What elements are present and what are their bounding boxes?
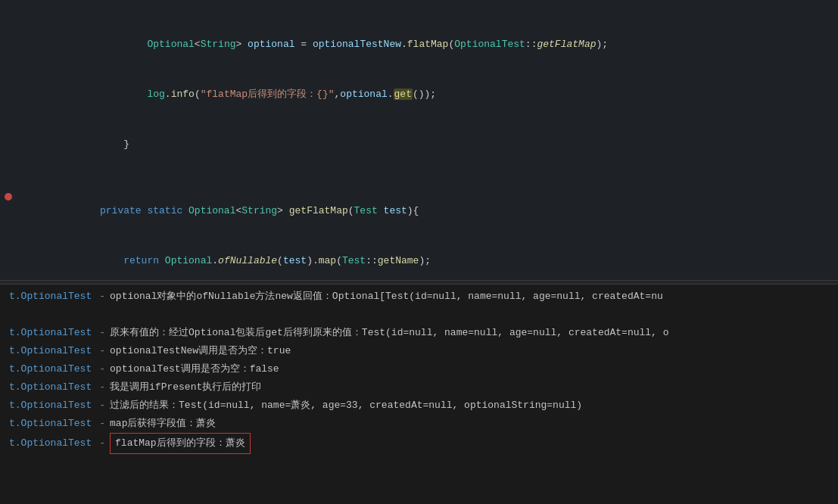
- log-text: map后获得字段值：萧炎: [110, 415, 216, 433]
- log-prefix: t.OptionalTest: [9, 378, 92, 397]
- log-text: optionalTestNew调用是否为空：true: [110, 342, 291, 360]
- code-line: return Optional.ofNullable(test).map(Tes…: [0, 236, 838, 280]
- code-line: log.info("flatMap后得到的字段：{}",optional.get…: [0, 70, 838, 120]
- code-line: [0, 170, 838, 186]
- log-prefix: t.OptionalTest: [9, 397, 92, 415]
- code-line: private static Optional<String> getFlatM…: [0, 186, 838, 236]
- line-content: private static Optional<String> getFlatM…: [38, 186, 838, 236]
- log-separator: -: [99, 434, 105, 453]
- code-line: Optional<String> optional = optionalTest…: [0, 20, 838, 70]
- log-prefix: t.OptionalTest: [9, 415, 92, 433]
- log-separator: -: [99, 378, 105, 397]
- log-text: optionalTest调用是否为空：false: [110, 360, 279, 378]
- line-content: return Optional.ofNullable(test).map(Tes…: [38, 236, 838, 280]
- code-line: [0, 3, 838, 20]
- log-text: optional对象中的ofNullable方法new返回值：Optional[…: [110, 288, 663, 306]
- log-separator: -: [99, 324, 105, 342]
- log-prefix: t.OptionalTest: [9, 434, 92, 453]
- log-prefix: t.OptionalTest: [9, 324, 92, 342]
- log-line: t.OptionalTest - optionalTestNew调用是否为空：t…: [0, 342, 838, 360]
- log-line: t.OptionalTest - map后获得字段值：萧炎: [0, 415, 838, 433]
- log-line: t.OptionalTest - optionalTest调用是否为空：fals…: [0, 360, 838, 378]
- log-text: 原来有值的：经过Optional包装后get后得到原来的值：Test(id=nu…: [110, 324, 668, 342]
- log-separator: -: [99, 360, 105, 378]
- log-line: t.OptionalTest - optional对象中的ofNullable方…: [0, 288, 838, 306]
- log-text: 过滤后的结果：Test(id=null, name=萧炎, age=33, cr…: [110, 397, 582, 415]
- code-line: }: [0, 120, 838, 170]
- log-separator: -: [99, 342, 105, 360]
- log-text: [9, 306, 15, 324]
- log-line: t.OptionalTest - 我是调用ifPresent执行后的打印: [0, 378, 838, 397]
- line-content: }: [38, 120, 838, 170]
- log-separator: -: [99, 397, 105, 415]
- log-text-highlighted: flatMap后得到的字段：萧炎: [110, 433, 251, 454]
- log-line-highlighted: t.OptionalTest - flatMap后得到的字段：萧炎: [0, 433, 838, 454]
- log-text: 我是调用ifPresent执行后的打印: [110, 378, 261, 397]
- line-content: log.info("flatMap后得到的字段：{}",optional.get…: [38, 70, 838, 120]
- log-line: [0, 306, 838, 324]
- log-line: t.OptionalTest - 原来有值的：经过Optional包装后get后…: [0, 324, 838, 342]
- line-content: Optional<String> optional = optionalTest…: [38, 20, 838, 70]
- log-prefix: t.OptionalTest: [9, 342, 92, 360]
- line-content: [38, 3, 838, 20]
- log-panel: t.OptionalTest - optional对象中的ofNullable方…: [0, 285, 838, 504]
- log-separator: -: [99, 415, 105, 433]
- log-separator: -: [99, 288, 105, 306]
- breakpoint-indicator: [5, 193, 12, 201]
- code-panel: Optional<String> optional = optionalTest…: [0, 0, 838, 280]
- log-prefix: t.OptionalTest: [9, 360, 92, 378]
- log-prefix: t.OptionalTest: [9, 288, 92, 306]
- line-content: [38, 170, 838, 186]
- log-line: t.OptionalTest - 过滤后的结果：Test(id=null, na…: [0, 397, 838, 415]
